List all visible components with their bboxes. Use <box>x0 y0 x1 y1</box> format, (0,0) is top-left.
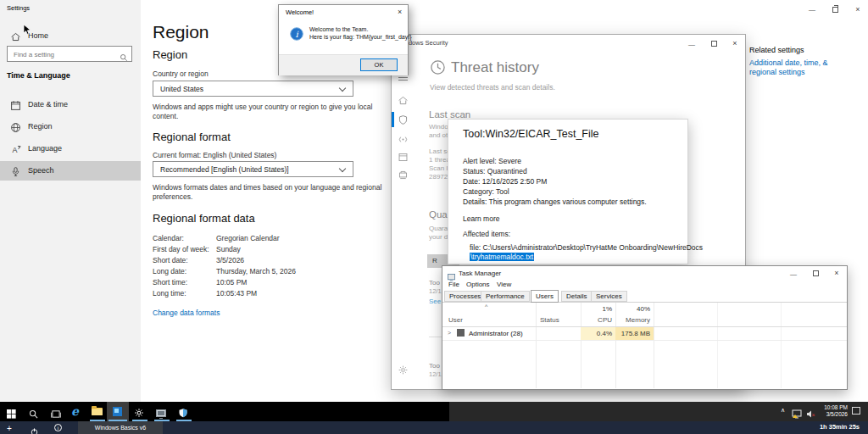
taskbar-search-icon[interactable] <box>29 407 38 422</box>
see-full-history-link[interactable]: See <box>429 298 441 305</box>
vm-info-icon[interactable]: i <box>54 424 62 431</box>
task-view-icon[interactable] <box>51 407 61 422</box>
selected-text: \tryhatmemaldoc.txt <box>470 253 534 261</box>
threat-entry-date-fragment: 12/1 <box>429 370 442 378</box>
tab-services[interactable]: Services <box>591 291 627 302</box>
cpu-value: 0.4% <box>597 330 612 337</box>
column-header-memory[interactable]: Memory <box>615 316 650 324</box>
affected-file-path: file: C:\Users\Administrator\Desktop\Try… <box>470 243 703 252</box>
country-dropdown-value: United States <box>160 85 203 93</box>
sidebar-date-time-label: Date & time <box>28 100 68 108</box>
menu-file[interactable]: File <box>448 281 459 288</box>
search-input[interactable] <box>12 47 117 62</box>
settings-search-box[interactable] <box>7 46 132 62</box>
language-icon: A <box>10 143 21 154</box>
task-manager-maximize-button[interactable] <box>813 270 819 276</box>
action-center-icon[interactable] <box>852 407 860 415</box>
taskbar: e ∧ × 10:08 PM 3/5/2026 <box>0 402 868 421</box>
device-security-icon[interactable] <box>398 169 409 184</box>
format-row-value: 3/5/2026 <box>216 257 244 265</box>
dialog-message-line2: Here is your flag: THM{your_first_day!} <box>309 34 411 41</box>
affected-items-header: Affected items: <box>463 230 510 238</box>
threat-detail-popup: Tool:Win32/EICAR_Test_File Alert level: … <box>448 119 688 264</box>
format-row-label: Short date: <box>153 257 188 265</box>
task-manager-window: Task Manager — × File Options View Proce… <box>442 265 848 390</box>
format-row-value: Sunday <box>216 246 241 254</box>
threat-entry-fragment[interactable]: Too <box>429 362 440 370</box>
tab-details[interactable]: Details <box>561 291 592 302</box>
tab-performance[interactable]: Performance <box>481 291 530 302</box>
volume-muted-icon[interactable]: × <box>806 407 816 422</box>
ok-button[interactable]: OK <box>360 58 398 71</box>
active-app-slot[interactable] <box>107 402 129 421</box>
sidebar-region-label: Region <box>28 122 53 131</box>
vm-tab-label: Windows Basics v6 <box>78 421 163 434</box>
security-home-icon[interactable] <box>398 94 409 109</box>
settings-minimize-button[interactable]: — <box>806 6 818 14</box>
tab-users[interactable]: Users <box>531 290 559 303</box>
format-data-header: Regional format data <box>153 213 255 225</box>
learn-more-link[interactable]: Learn more <box>463 214 499 223</box>
virus-protection-shield-icon[interactable] <box>398 114 409 129</box>
chevron-down-icon <box>339 165 346 172</box>
task-manager-close-button[interactable]: × <box>831 269 843 277</box>
column-header-user[interactable]: User <box>448 316 463 324</box>
change-data-formats-link[interactable]: Change data formats <box>153 309 220 318</box>
sidebar-item-region[interactable]: Region <box>0 117 141 136</box>
dialog-message-line1: Welcome to the Team. <box>309 26 368 33</box>
format-row-value: Gregorian Calendar <box>216 235 280 243</box>
user-row-name[interactable]: Administrator (28) <box>469 330 523 337</box>
file-explorer-icon[interactable] <box>92 408 103 415</box>
security-minimize-button[interactable]: — <box>686 41 698 48</box>
tab-processes[interactable]: Processes <box>444 291 486 302</box>
svg-text:×: × <box>812 412 815 418</box>
additional-settings-link[interactable]: Additional date, time, & regional settin… <box>749 58 853 77</box>
settings-close-button[interactable]: × <box>852 5 864 14</box>
format-row-label: Short time: <box>153 279 187 287</box>
related-settings-header: Related settings <box>749 46 804 54</box>
security-close-button[interactable]: × <box>729 39 741 47</box>
sidebar-item-date-time[interactable]: Date & time <box>0 95 141 114</box>
regional-format-dropdown[interactable]: Recommended [English (United States)] <box>153 161 353 177</box>
network-status-icon[interactable] <box>792 407 802 422</box>
dialog-close-icon[interactable]: × <box>398 8 402 16</box>
column-divider <box>717 303 718 388</box>
threat-category: Category: Tool <box>463 187 509 196</box>
country-dropdown[interactable]: United States <box>153 81 353 97</box>
onboarding-app-icon <box>113 407 122 416</box>
app-browser-control-icon[interactable] <box>398 151 409 166</box>
task-manager-minimize-button[interactable]: — <box>787 270 799 278</box>
settings-restore-button-glyph <box>834 5 838 9</box>
expand-chevron-icon[interactable]: > <box>448 330 451 336</box>
format-row-label: Calendar: <box>153 235 184 243</box>
vm-add-tab-button[interactable]: + <box>7 424 12 434</box>
country-note-line1: Windows and apps might use your country … <box>153 103 372 112</box>
sidebar-item-home[interactable]: Home <box>0 26 141 46</box>
menu-options[interactable]: Options <box>466 281 490 288</box>
welcome-dialog: Welcome! × i Welcome to the Team. Here i… <box>278 4 409 75</box>
security-settings-gear-icon[interactable] <box>398 364 409 379</box>
sidebar-item-speech[interactable]: Speech <box>0 161 141 181</box>
tray-clock[interactable]: 10:08 PM 3/5/2026 <box>819 404 848 418</box>
threat-date: Date: 12/16/2025 2:50 PM <box>463 177 547 186</box>
regional-format-header: Regional format <box>153 131 231 144</box>
vm-toolbar: + i Windows Basics v6 1h 35min 25s <box>0 421 868 434</box>
network-protection-icon[interactable] <box>398 133 409 148</box>
sidebar-item-language[interactable]: A Language <box>0 139 141 159</box>
threat-entry-fragment[interactable]: Too <box>429 279 440 287</box>
start-button-icon[interactable] <box>7 407 16 422</box>
vm-power-icon[interactable] <box>31 424 38 434</box>
memory-cell: 175.8 MB <box>615 327 654 340</box>
column-header-cpu[interactable]: CPU <box>581 316 612 324</box>
sort-caret[interactable]: ^ <box>485 303 487 309</box>
tray-chevron-up-icon[interactable]: ∧ <box>781 407 785 414</box>
chevron-down-icon <box>339 85 346 92</box>
threat-details: Details: This program changes various co… <box>463 198 647 206</box>
security-maximize-button[interactable] <box>711 41 717 47</box>
menu-view[interactable]: View <box>497 281 511 288</box>
format-row-value: Thursday, March 5, 2026 <box>216 268 296 276</box>
column-header-status[interactable]: Status <box>540 316 559 324</box>
vm-tab[interactable]: Windows Basics v6 <box>78 421 163 434</box>
mouse-cursor <box>23 24 31 39</box>
internet-explorer-icon[interactable]: e <box>71 404 79 418</box>
